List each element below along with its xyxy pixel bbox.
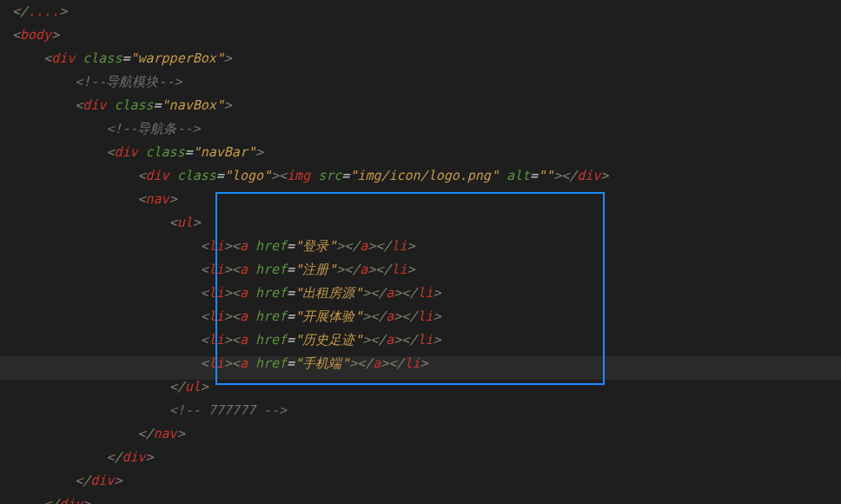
code-line[interactable]: <li><a href="开展体验"></a></li> [12, 305, 841, 328]
code-line[interactable]: </div> [12, 446, 841, 469]
code-line[interactable]: <div class="warpperBox"> [12, 47, 841, 70]
code-line[interactable]: </div> [12, 469, 841, 493]
code-line[interactable]: <li><a href="出租房源"></a></li> [12, 282, 841, 305]
code-line[interactable]: </nav> [12, 422, 841, 446]
code-line[interactable]: <body> [12, 23, 841, 47]
code-line[interactable]: <div class="logo"><img src="img/icon/log… [12, 164, 841, 188]
code-line[interactable]: <!-- 777777 --> [12, 399, 841, 422]
code-line[interactable]: <li><a href="注册"></a></li> [12, 258, 841, 282]
code-line[interactable]: <ul> [12, 211, 841, 235]
code-line[interactable]: <li><a href="手机端"></a></li> [12, 352, 841, 375]
code-line[interactable]: <li><a href="历史足迹"></a></li> [12, 328, 841, 352]
code-line[interactable]: <div class="navBox"> [12, 94, 841, 117]
code-line[interactable]: <!--导航条--> [12, 117, 841, 141]
code-line[interactable]: </div> [12, 493, 841, 504]
code-line[interactable]: </ul> [12, 375, 841, 399]
code-line[interactable]: </....> [12, 0, 841, 23]
code-line[interactable]: <nav> [12, 188, 841, 211]
code-line[interactable]: <li><a href="登录"></a></li> [12, 235, 841, 258]
code-line[interactable]: <!--导航模块--> [12, 70, 841, 94]
code-line[interactable]: <div class="navBar"> [12, 141, 841, 164]
code-editor[interactable]: </....> <body> <div class="warpperBox"> … [0, 0, 841, 504]
